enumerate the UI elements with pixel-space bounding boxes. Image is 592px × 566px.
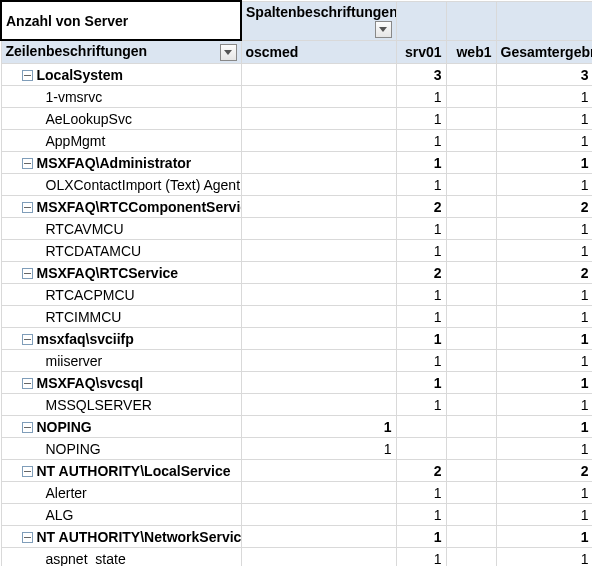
pivot-cell[interactable] xyxy=(446,504,496,526)
row-label[interactable]: OLXContactImport (Text) Agent xyxy=(1,174,241,196)
pivot-cell[interactable]: 2 xyxy=(496,460,592,482)
column-labels-dropdown-icon[interactable] xyxy=(375,21,392,38)
pivot-cell[interactable]: 1 xyxy=(496,438,592,460)
pivot-cell[interactable] xyxy=(446,306,496,328)
pivot-cell[interactable] xyxy=(241,526,396,548)
pivot-cell[interactable]: 1 xyxy=(496,306,592,328)
pivot-cell[interactable]: 2 xyxy=(396,262,446,284)
row-label[interactable]: Alerter xyxy=(1,482,241,504)
pivot-cell[interactable]: 1 xyxy=(496,482,592,504)
row-label[interactable]: RTCDATAMCU xyxy=(1,240,241,262)
row-label[interactable]: AppMgmt xyxy=(1,130,241,152)
pivot-cell[interactable]: 1 xyxy=(496,130,592,152)
row-labels-cell[interactable]: Zeilenbeschriftungen xyxy=(1,40,241,64)
pivot-cell[interactable]: 1 xyxy=(396,306,446,328)
pivot-cell[interactable] xyxy=(446,86,496,108)
pivot-cell[interactable] xyxy=(446,174,496,196)
pivot-cell[interactable]: 1 xyxy=(396,86,446,108)
pivot-row[interactable]: miiserver11 xyxy=(1,350,592,372)
pivot-cell[interactable] xyxy=(446,130,496,152)
pivot-cell[interactable] xyxy=(446,218,496,240)
pivot-cell[interactable] xyxy=(241,372,396,394)
pivot-cell[interactable] xyxy=(241,394,396,416)
pivot-cell[interactable] xyxy=(446,460,496,482)
row-label[interactable]: miiserver xyxy=(1,350,241,372)
pivot-row[interactable]: LocalSystem33 xyxy=(1,64,592,86)
pivot-row[interactable]: MSSQLSERVER11 xyxy=(1,394,592,416)
pivot-cell[interactable]: 1 xyxy=(396,130,446,152)
pivot-cell[interactable]: 1 xyxy=(496,240,592,262)
row-label[interactable]: MSXFAQ\Administrator xyxy=(1,152,241,174)
pivot-cell[interactable]: 3 xyxy=(496,64,592,86)
pivot-cell[interactable]: 1 xyxy=(496,394,592,416)
pivot-cell[interactable] xyxy=(446,438,496,460)
pivot-cell[interactable] xyxy=(241,64,396,86)
pivot-cell[interactable] xyxy=(446,152,496,174)
row-label[interactable]: msxfaq\svciifp xyxy=(1,328,241,350)
pivot-cell[interactable] xyxy=(446,240,496,262)
pivot-cell[interactable] xyxy=(241,482,396,504)
collapse-icon[interactable] xyxy=(22,532,33,543)
pivot-cell[interactable]: 1 xyxy=(496,86,592,108)
collapse-icon[interactable] xyxy=(22,158,33,169)
row-label[interactable]: RTCAVMCU xyxy=(1,218,241,240)
pivot-cell[interactable]: 1 xyxy=(396,548,446,567)
pivot-cell[interactable]: 1 xyxy=(396,394,446,416)
pivot-cell[interactable]: 1 xyxy=(496,152,592,174)
pivot-cell[interactable] xyxy=(241,460,396,482)
pivot-cell[interactable]: 1 xyxy=(396,482,446,504)
row-label[interactable]: AeLookupSvc xyxy=(1,108,241,130)
pivot-cell[interactable] xyxy=(241,350,396,372)
pivot-cell[interactable] xyxy=(446,372,496,394)
collapse-icon[interactable] xyxy=(22,202,33,213)
pivot-cell[interactable]: 1 xyxy=(241,416,396,438)
pivot-cell[interactable]: 1 xyxy=(396,350,446,372)
row-label[interactable]: NT AUTHORITY\LocalService xyxy=(1,460,241,482)
pivot-cell[interactable]: 1 xyxy=(496,548,592,567)
pivot-cell[interactable] xyxy=(396,438,446,460)
row-label[interactable]: RTCIMMCU xyxy=(1,306,241,328)
pivot-row[interactable]: RTCIMMCU11 xyxy=(1,306,592,328)
pivot-row[interactable]: OLXContactImport (Text) Agent11 xyxy=(1,174,592,196)
pivot-cell[interactable] xyxy=(241,218,396,240)
pivot-cell[interactable]: 1 xyxy=(496,526,592,548)
pivot-cell[interactable]: 1 xyxy=(496,504,592,526)
pivot-cell[interactable] xyxy=(241,174,396,196)
pivot-row[interactable]: MSXFAQ\svcsql11 xyxy=(1,372,592,394)
pivot-row[interactable]: MSXFAQ\RTCService22 xyxy=(1,262,592,284)
row-label[interactable]: MSSQLSERVER xyxy=(1,394,241,416)
pivot-cell[interactable] xyxy=(241,548,396,567)
pivot-cell[interactable]: 2 xyxy=(496,262,592,284)
pivot-cell[interactable]: 1 xyxy=(396,240,446,262)
pivot-cell[interactable]: 1 xyxy=(396,526,446,548)
pivot-cell[interactable] xyxy=(241,152,396,174)
pivot-cell[interactable]: 1 xyxy=(396,152,446,174)
col-header-grand-total[interactable]: Gesamtergebnis xyxy=(496,40,592,64)
pivot-cell[interactable]: 1 xyxy=(496,174,592,196)
pivot-cell[interactable] xyxy=(446,394,496,416)
pivot-row[interactable]: NOPING11 xyxy=(1,416,592,438)
pivot-row[interactable]: MSXFAQ\Administrator11 xyxy=(1,152,592,174)
collapse-icon[interactable] xyxy=(22,466,33,477)
pivot-row[interactable]: RTCAVMCU11 xyxy=(1,218,592,240)
pivot-cell[interactable] xyxy=(241,130,396,152)
row-label[interactable]: MSXFAQ\RTCComponentService xyxy=(1,196,241,218)
column-labels-cell[interactable]: Spaltenbeschriftungen xyxy=(241,1,396,40)
col-header-oscmed[interactable]: oscmed xyxy=(241,40,396,64)
pivot-cell[interactable] xyxy=(241,108,396,130)
pivot-cell[interactable] xyxy=(446,350,496,372)
row-label[interactable]: NT AUTHORITY\NetworkService xyxy=(1,526,241,548)
pivot-cell[interactable]: 1 xyxy=(496,108,592,130)
pivot-cell[interactable]: 1 xyxy=(496,416,592,438)
pivot-row[interactable]: RTCACPMCU11 xyxy=(1,284,592,306)
pivot-cell[interactable]: 1 xyxy=(396,218,446,240)
pivot-row[interactable]: NT AUTHORITY\LocalService22 xyxy=(1,460,592,482)
col-header-web1[interactable]: web1 xyxy=(446,40,496,64)
pivot-cell[interactable] xyxy=(241,328,396,350)
pivot-cell[interactable]: 1 xyxy=(496,328,592,350)
pivot-cell[interactable] xyxy=(396,416,446,438)
pivot-cell[interactable]: 1 xyxy=(396,284,446,306)
pivot-cell[interactable]: 2 xyxy=(396,460,446,482)
value-field-cell[interactable]: Anzahl von Server xyxy=(1,1,241,40)
row-label[interactable]: MSXFAQ\RTCService xyxy=(1,262,241,284)
